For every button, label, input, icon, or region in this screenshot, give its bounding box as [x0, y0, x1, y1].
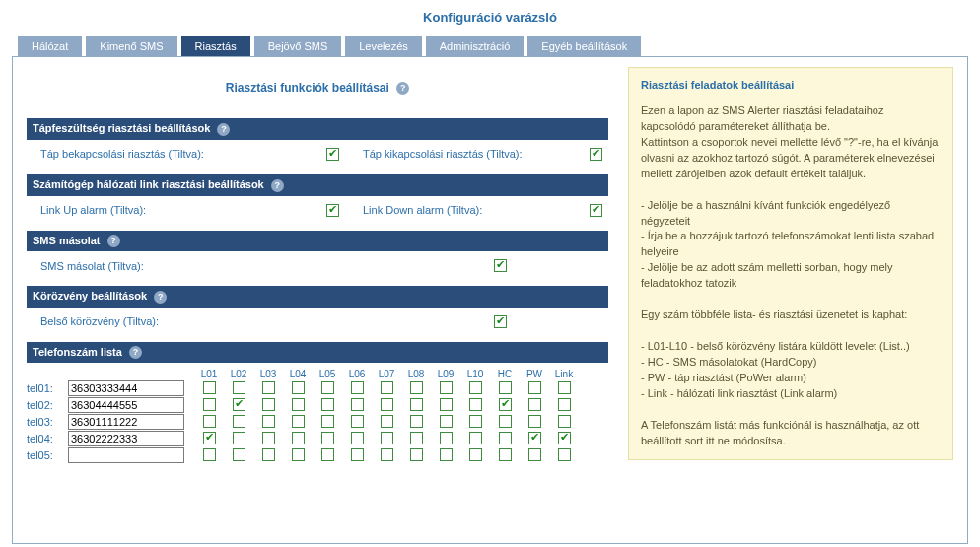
- phone-checkbox-l07[interactable]: [381, 432, 393, 444]
- phone-checkbox-l03[interactable]: [262, 381, 275, 394]
- phone-number-input[interactable]: [68, 397, 184, 413]
- help-text: - L01-L10 - belső körözvény listára küld…: [641, 339, 941, 355]
- phone-checkbox-l03[interactable]: [262, 415, 275, 428]
- phone-checkbox-hc[interactable]: [499, 381, 512, 394]
- help-text: Kattintson a csoportok nevei mellette lé…: [641, 135, 941, 182]
- phone-checkbox-l09[interactable]: [440, 415, 453, 428]
- help-icon[interactable]: ?: [217, 123, 230, 136]
- phone-checkbox-l04[interactable]: [292, 381, 305, 394]
- phone-checkbox-l08[interactable]: [410, 415, 423, 428]
- phone-checkbox-l04[interactable]: [292, 432, 305, 444]
- phone-checkbox-l05[interactable]: [321, 381, 334, 394]
- phone-checkbox-pw[interactable]: [528, 398, 541, 411]
- phone-checkbox-l07[interactable]: [381, 398, 393, 411]
- tab-egy-b-be-ll-t-sok[interactable]: Egyéb beállítások: [527, 36, 641, 56]
- tab-riaszt-s[interactable]: Riasztás: [181, 36, 250, 56]
- phone-checkbox-l10[interactable]: [469, 448, 482, 461]
- phone-number-input[interactable]: [68, 447, 184, 463]
- phone-checkbox-l04[interactable]: [292, 398, 305, 411]
- phone-checkbox-l09[interactable]: [440, 432, 453, 444]
- phone-checkbox-l02[interactable]: [233, 381, 245, 394]
- phone-checkbox-hc[interactable]: [499, 432, 512, 444]
- phone-number-input[interactable]: [68, 431, 184, 446]
- phone-checkbox-l02[interactable]: [233, 415, 245, 428]
- phone-checkbox-link[interactable]: [558, 381, 571, 394]
- help-icon[interactable]: ?: [154, 291, 167, 304]
- tab-h-l-zat[interactable]: Hálózat: [18, 36, 82, 56]
- phone-checkbox-l09[interactable]: [440, 381, 453, 394]
- phone-checkbox-l09[interactable]: [440, 448, 453, 461]
- phone-checkbox-l05[interactable]: [321, 448, 334, 461]
- phone-checkbox-l05[interactable]: [321, 398, 334, 411]
- link-down-checkbox[interactable]: [590, 204, 602, 217]
- phone-checkbox-link[interactable]: [558, 398, 571, 411]
- phone-checkbox-pw[interactable]: [528, 415, 541, 428]
- phone-checkbox-l07[interactable]: [381, 381, 393, 394]
- phone-checkbox-hc[interactable]: [499, 398, 512, 411]
- power-off-checkbox[interactable]: [590, 148, 602, 161]
- phone-checkbox-l01[interactable]: [203, 398, 216, 411]
- phone-checkbox-l01[interactable]: [203, 381, 216, 394]
- phone-checkbox-l01[interactable]: [203, 448, 216, 461]
- phone-checkbox-l02[interactable]: [233, 432, 245, 444]
- phone-checkbox-l06[interactable]: [351, 448, 364, 461]
- section-sms-body: SMS másolat (Tiltva):: [27, 251, 608, 280]
- tab-bej-v-sms[interactable]: Bejövő SMS: [254, 36, 342, 56]
- phone-checkbox-pw[interactable]: [528, 432, 541, 444]
- phone-checkbox-l07[interactable]: [381, 415, 393, 428]
- phone-checkbox-l04[interactable]: [292, 448, 305, 461]
- phone-checkbox-l06[interactable]: [351, 398, 364, 411]
- circ-checkbox[interactable]: [494, 315, 507, 328]
- phone-number-input[interactable]: [68, 380, 184, 396]
- help-icon[interactable]: ?: [271, 179, 284, 192]
- tab-adminisztr-ci-[interactable]: Adminisztráció: [426, 36, 525, 56]
- phone-checkbox-pw[interactable]: [528, 448, 541, 461]
- phone-checkbox-l10[interactable]: [469, 415, 482, 428]
- phone-checkbox-l10[interactable]: [469, 381, 482, 394]
- phone-number-input[interactable]: [68, 414, 184, 430]
- phone-checkbox-link[interactable]: [558, 448, 571, 461]
- power-on-checkbox[interactable]: [326, 148, 339, 161]
- phone-checkbox-l08[interactable]: [410, 381, 423, 394]
- phone-checkbox-l10[interactable]: [469, 432, 482, 444]
- help-icon[interactable]: ?: [396, 82, 409, 95]
- help-icon[interactable]: ?: [107, 235, 120, 247]
- phone-checkbox-l02[interactable]: [233, 398, 245, 411]
- phone-checkbox-hc[interactable]: [499, 415, 512, 428]
- tab-levelez-s[interactable]: Levelezés: [345, 36, 422, 56]
- phone-checkbox-l04[interactable]: [292, 415, 305, 428]
- phone-checkbox-link[interactable]: [558, 432, 571, 444]
- help-icon[interactable]: ?: [129, 346, 142, 359]
- phone-checkbox-l03[interactable]: [262, 398, 275, 411]
- phone-checkbox-hc[interactable]: [499, 448, 512, 461]
- link-up-checkbox[interactable]: [326, 204, 339, 217]
- phone-checkbox-l06[interactable]: [351, 432, 364, 444]
- phone-checkbox-pw[interactable]: [528, 381, 541, 394]
- phone-checkbox-l07[interactable]: [381, 448, 393, 461]
- phone-checkbox-l08[interactable]: [410, 398, 423, 411]
- section-phone-header: Telefonszám lista ?: [27, 342, 608, 364]
- phone-checkbox-l09[interactable]: [440, 398, 453, 411]
- phone-col-l07: L07: [372, 369, 401, 379]
- phone-checkbox-l03[interactable]: [262, 432, 275, 444]
- help-text: A Telefonszám listát más funkciónál is h…: [641, 418, 941, 449]
- phone-col-link: Link: [549, 369, 579, 379]
- phone-checkbox-l08[interactable]: [410, 448, 423, 461]
- phone-checkbox-l02[interactable]: [233, 448, 245, 461]
- phone-checkbox-l03[interactable]: [262, 448, 275, 461]
- phone-checkbox-l01[interactable]: [203, 432, 216, 444]
- phone-checkbox-l10[interactable]: [469, 398, 482, 411]
- power-on-label: Táp bekapcsolási riasztás (Tiltva):: [40, 148, 326, 160]
- phone-checkbox-l08[interactable]: [410, 432, 423, 444]
- phone-col-l09: L09: [431, 369, 460, 379]
- phone-checkbox-link[interactable]: [558, 415, 571, 428]
- section-circ-body: Belső körözvény (Tiltva):: [27, 308, 608, 336]
- phone-checkbox-l05[interactable]: [321, 432, 334, 444]
- help-text: Egy szám többféle lista- és riasztási üz…: [641, 308, 941, 323]
- tab-kimen-sms[interactable]: Kimenő SMS: [86, 36, 176, 56]
- phone-checkbox-l06[interactable]: [351, 415, 364, 428]
- phone-checkbox-l05[interactable]: [321, 415, 334, 428]
- phone-checkbox-l01[interactable]: [203, 415, 216, 428]
- phone-checkbox-l06[interactable]: [351, 381, 364, 394]
- sms-copy-checkbox[interactable]: [494, 259, 507, 272]
